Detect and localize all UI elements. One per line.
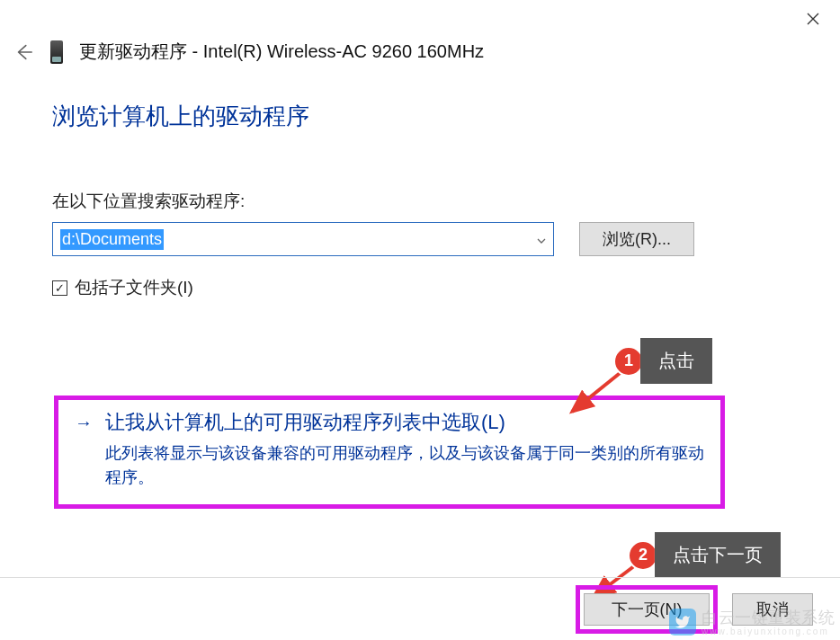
checkbox-icon: ✓ [52, 280, 67, 296]
pick-from-list-option[interactable]: → 让我从计算机上的可用驱动程序列表中选取(L) 此列表将显示与该设备兼容的可用… [54, 396, 725, 509]
window-title: 更新驱动程序 - Intel(R) Wireless-AC 9260 160MH… [79, 40, 484, 64]
include-subfolders-label: 包括子文件夹(I) [75, 276, 193, 299]
include-subfolders-checkbox[interactable]: ✓ 包括子文件夹(I) [52, 276, 804, 299]
search-location-label: 在以下位置搜索驱动程序: [52, 190, 804, 213]
browse-button-label: 浏览(R)... [603, 228, 671, 250]
watermark-text: 白云一键重装系统 [701, 607, 835, 628]
watermark-url: www.baiyunxitong.com [701, 627, 835, 636]
title-prefix: 更新驱动程序 - [79, 41, 203, 61]
driver-path-combobox[interactable]: d:\Documents [52, 222, 554, 256]
watermark-icon [669, 609, 696, 636]
driver-path-value: d:\Documents [60, 229, 164, 250]
option-title: 让我从计算机上的可用驱动程序列表中选取(L) [105, 409, 704, 436]
option-description: 此列表将显示与该设备兼容的可用驱动程序，以及与该设备属于同一类别的所有驱动程序。 [105, 441, 704, 490]
browse-button[interactable]: 浏览(R)... [579, 222, 694, 256]
chevron-down-icon [537, 231, 546, 247]
close-button[interactable] [792, 5, 833, 32]
watermark: 白云一键重装系统 www.baiyunxitong.com [669, 607, 835, 636]
device-icon [50, 40, 63, 64]
annotation-2: 2 点击下一页 [628, 532, 781, 578]
device-name: Intel(R) Wireless-AC 9260 160MHz [203, 41, 484, 61]
arrow-right-icon: → [75, 409, 93, 490]
back-arrow-icon[interactable] [13, 41, 34, 63]
annotation-1-text: 点击 [640, 338, 712, 384]
annotation-1: 1 点击 [613, 338, 712, 384]
annotation-2-text: 点击下一页 [655, 532, 781, 578]
annotation-2-badge: 2 [628, 540, 658, 571]
page-heading: 浏览计算机上的驱动程序 [52, 101, 804, 132]
annotation-1-badge: 1 [613, 346, 644, 377]
